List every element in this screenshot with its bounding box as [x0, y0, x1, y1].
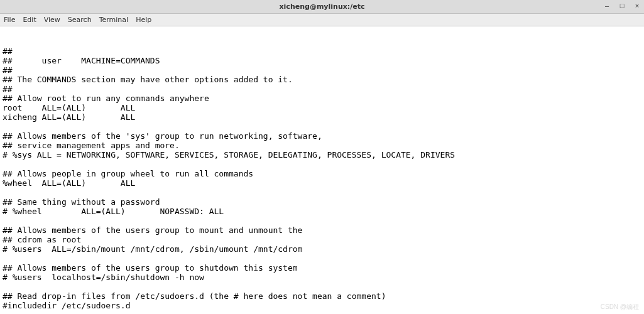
terminal-line: ## Same thing without a password [3, 197, 641, 207]
window-controls: – □ × [603, 1, 641, 10]
terminal-line: ## [3, 46, 641, 56]
maximize-icon[interactable]: □ [618, 1, 626, 10]
terminal-output: #### user MACHINE=COMMANDS#### The COMMA… [3, 46, 641, 310]
menu-help[interactable]: Help [136, 16, 151, 24]
terminal-line [3, 254, 641, 263]
terminal-line: ## Allow root to run any commands anywhe… [3, 94, 641, 103]
terminal-line: ## [3, 84, 641, 94]
menu-search[interactable]: Search [68, 16, 92, 24]
titlebar: xicheng@mylinux:/etc – □ × [0, 0, 644, 14]
window-title: xicheng@mylinux:/etc [280, 3, 365, 11]
close-icon[interactable]: × [633, 1, 641, 10]
minimize-icon[interactable]: – [603, 1, 611, 10]
terminal-line: ## Allows members of the 'sys' group to … [3, 131, 641, 141]
terminal-line [3, 188, 641, 197]
terminal-line: ## Allows members of the users group to … [3, 225, 641, 235]
terminal-line: # %wheel ALL=(ALL) NOPASSWD: ALL [3, 207, 641, 216]
menu-view[interactable]: View [44, 16, 60, 24]
terminal-line: ## user MACHINE=COMMANDS [3, 56, 641, 65]
terminal-line: #includedir /etc/sudoers.d [3, 301, 641, 310]
terminal-line [3, 216, 641, 225]
terminal-line [3, 160, 641, 169]
terminal-body[interactable]: #### user MACHINE=COMMANDS#### The COMMA… [0, 26, 644, 314]
terminal-line: ## Allows members of the users group to … [3, 263, 641, 273]
terminal-line: ## service management apps and more. [3, 141, 641, 150]
terminal-line: ## [3, 65, 641, 75]
terminal-line: # %users ALL=/sbin/mount /mnt/cdrom, /sb… [3, 244, 641, 254]
menu-edit[interactable]: Edit [23, 16, 36, 24]
terminal-line: # %sys ALL = NETWORKING, SOFTWARE, SERVI… [3, 150, 641, 160]
terminal-line: ## Allows people in group wheel to run a… [3, 169, 641, 178]
terminal-line: xicheng ALL=(ALL) ALL [3, 112, 641, 122]
terminal-line: # %users localhost=/sbin/shutdown -h now [3, 273, 641, 282]
terminal-line: ## The COMMANDS section may have other o… [3, 75, 641, 84]
terminal-line: root ALL=(ALL) ALL [3, 103, 641, 112]
terminal-line [3, 122, 641, 131]
terminal-line: ## cdrom as root [3, 235, 641, 244]
menu-file[interactable]: File [4, 16, 15, 24]
menu-terminal[interactable]: Terminal [99, 16, 129, 24]
terminal-line: %wheel ALL=(ALL) ALL [3, 178, 641, 188]
terminal-line [3, 282, 641, 291]
menubar: File Edit View Search Terminal Help [0, 14, 644, 26]
terminal-line: ## Read drop-in files from /etc/sudoers.… [3, 291, 641, 301]
watermark: CSDN @编程 [601, 302, 639, 311]
